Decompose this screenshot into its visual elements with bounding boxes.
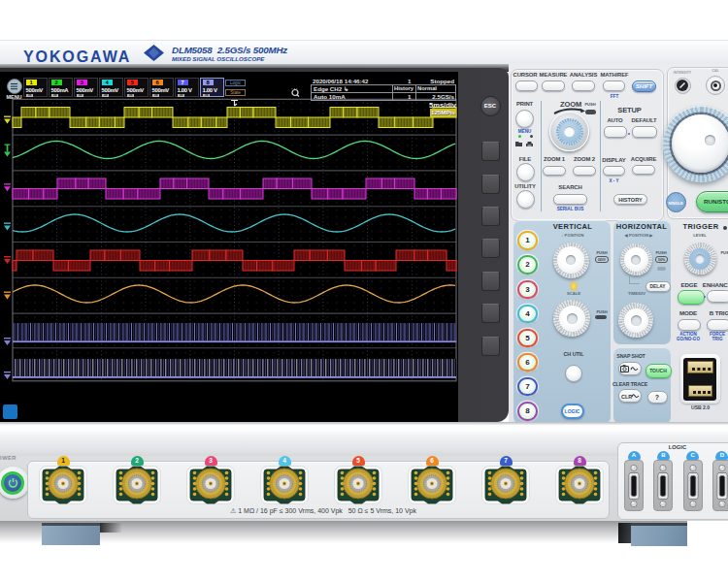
svg-text:CLR: CLR bbox=[621, 393, 632, 399]
